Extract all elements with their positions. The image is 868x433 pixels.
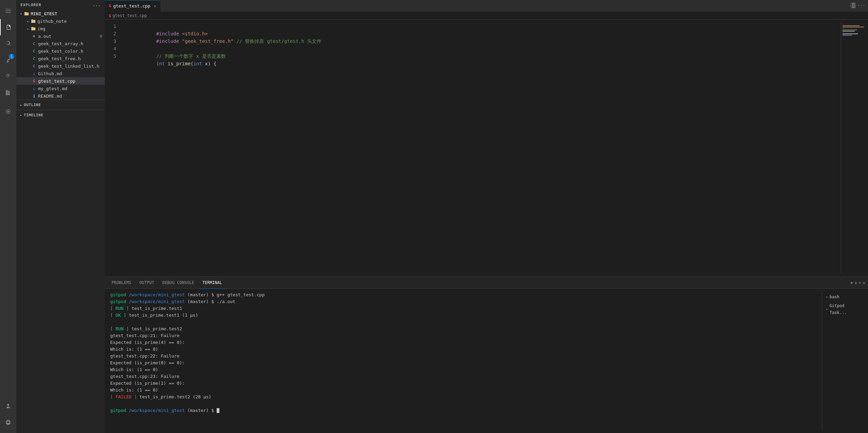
terminal-instance-bash[interactable]: ▷ bash (825, 293, 860, 301)
tree-file-github-md[interactable]: ↓ Github.md (16, 70, 105, 77)
file-label-gtest-cpp: gtest_test.cpp (38, 79, 105, 84)
chevron-right-icon: ▸ (19, 103, 23, 107)
minimap-line (842, 29, 857, 30)
tree-folder-img[interactable]: ▸ img (16, 25, 105, 32)
t-which-3: Which is: (1 == 0) (110, 387, 158, 393)
add-terminal-button[interactable]: + (850, 280, 853, 286)
code-lines: 1 2 3 4 5 #include <stdio.h> #include "g… (105, 22, 868, 274)
tree-file-geek-linked[interactable]: C geek_test_linked_list.h (16, 62, 105, 70)
run-debug-button[interactable] (0, 68, 16, 84)
tab-gtest-cpp[interactable]: G gtest_test.cpp ✕ (105, 0, 161, 12)
sidebar: EXPLORER ... ▾ MINI_GTEST ▸ github_note (16, 0, 105, 433)
minimap-content (841, 22, 868, 39)
terminal-line-8: Which is: (1 == 0) (110, 346, 822, 353)
close-panel-button[interactable]: ✕ (863, 280, 865, 285)
minimap-line (842, 33, 858, 34)
tree-file-readme[interactable]: ℹ README.md (16, 92, 105, 100)
terminal-line-2: gitpod /workspace/mini_gtest (master) $ … (110, 298, 822, 305)
terminal-line-blank2 (110, 400, 822, 407)
remote-explorer-button[interactable] (0, 103, 16, 120)
sidebar-header: EXPLORER ... (16, 0, 105, 10)
minimap-line (842, 25, 859, 26)
file-badge-aout: U (100, 34, 102, 38)
minimap-line (842, 31, 855, 32)
minimap-line (842, 27, 864, 28)
folder-icon (31, 26, 36, 31)
c-file-icon: C (31, 41, 37, 46)
line-num-2: 2 (110, 30, 116, 37)
tree-file-gtest-cpp[interactable]: G gtest_test.cpp (16, 77, 105, 85)
t-run-fail: [ RUN ] (110, 326, 129, 331)
explorer-button[interactable] (0, 19, 16, 35)
file-label-my-gtest: my_gtest.md (38, 86, 105, 91)
tree-file-geek-color[interactable]: C geek_test_color.h (16, 47, 105, 55)
maximize-panel-button[interactable]: ⬆ (858, 280, 861, 285)
split-editor-button[interactable] (851, 3, 856, 9)
terminal-cursor (217, 408, 219, 413)
t-gitpod: gitpod (110, 292, 126, 297)
outline-header[interactable]: ▸ OUTLINE (16, 101, 105, 109)
t-which-1: Which is: (1 == 0) (110, 347, 158, 352)
minimap-line (842, 28, 845, 29)
tree-file-aout[interactable]: ≡ a.out U (16, 32, 105, 40)
breadcrumb-file-icon: G (109, 14, 111, 18)
t-branch: (master) $ g++ gtest_test.cpp (187, 292, 265, 297)
editor-content[interactable]: 1 2 3 4 5 #include <stdio.h> #include "g… (105, 20, 868, 277)
line-num-3: 3 (110, 37, 116, 45)
t-expected-1: Expected (is_prime(4) == 0): (110, 340, 185, 345)
terminal-gitpod-label: Gitpod Task... (830, 302, 858, 316)
line-numbers: 1 2 3 4 5 (105, 22, 122, 274)
terminal-line-14: Which is: (1 == 0) (110, 387, 822, 394)
terminal-instance-gitpod[interactable]: ▷ Gitpod Task... (825, 302, 860, 317)
activity-bar-bottom (0, 398, 16, 433)
t-test-name-2: test_is_prime.test2 (132, 326, 182, 331)
chevron-down-icon[interactable]: ∨ (855, 280, 857, 285)
settings-button[interactable] (0, 414, 16, 430)
md-file-icon: ↓ (31, 71, 37, 76)
tree-file-my-gtest[interactable]: ↓ my_gtest.md (16, 85, 105, 92)
source-control-button[interactable] (0, 52, 16, 68)
account-button[interactable] (0, 398, 16, 414)
panel-tab-actions: + ∨ ⬆ ✕ (850, 280, 865, 286)
t-branch: (master) $ ./a.out (187, 299, 235, 304)
info-file-icon: ℹ (31, 93, 37, 99)
main-area: G gtest_test.cpp ✕ ··· G gtest_test.cpp … (105, 0, 868, 433)
terminal-line-15: [ FAILED ] test_is_prime.test2 (28 μs) (110, 394, 822, 400)
minimap (841, 22, 868, 274)
code-line-5: int is_prime(int x) { (122, 52, 835, 60)
more-actions-button[interactable]: ··· (857, 3, 865, 9)
terminal-line-3: [ RUN ] test_is_prime.test1 (110, 305, 822, 312)
file-label-geek-linked: geek_test_linked_list.h (38, 64, 105, 69)
terminal-line-7: Expected (is_prime(4) == 0): (110, 339, 822, 346)
t-gitpod: gitpod (110, 299, 126, 304)
terminal-arrow-icon: ▷ (826, 294, 828, 300)
tree-file-geek-free[interactable]: C geek_test_free.h (16, 55, 105, 62)
tab-debug-console[interactable]: DEBUG CONSOLE (158, 277, 198, 289)
breadcrumb-path: gtest_test.cpp (113, 13, 147, 18)
tree-file-geek-array[interactable]: C geek_test_array.h (16, 40, 105, 47)
terminal-line-6: gtest_test.cpp:21: Failure (110, 332, 822, 339)
sidebar-tree: ▾ MINI_GTEST ▸ github_note ▸ (16, 10, 105, 433)
sidebar-more-actions[interactable]: ... (93, 3, 101, 7)
tab-terminal[interactable]: TERMINAL (198, 277, 226, 289)
terminal-line-4: [ OK ] test_is_prime.test1 (1 μs) (110, 312, 822, 319)
line-num-4: 4 (110, 45, 116, 52)
tab-close-button[interactable]: ✕ (154, 4, 156, 9)
timeline-header[interactable]: ▸ TIMELINE (16, 112, 105, 119)
terminal-main[interactable]: gitpod /workspace/mini_gtest (master) $ … (110, 292, 822, 430)
extensions-button[interactable] (0, 84, 16, 101)
terminal-line-prompt: gitpod /workspace/mini_gtest (master) $ (110, 407, 822, 414)
tree-folder-github-note[interactable]: ▸ github_note (16, 17, 105, 25)
tab-problems[interactable]: PROBLEMS (107, 277, 135, 289)
folder-label-github-note: github_note (37, 19, 105, 24)
file-label-aout: a.out (38, 34, 100, 39)
tab-output[interactable]: OUTPUT (135, 277, 158, 289)
hamburger-menu[interactable] (0, 3, 16, 19)
tree-folder-mini-gtest[interactable]: ▾ MINI_GTEST (16, 10, 105, 17)
search-button[interactable] (0, 35, 16, 52)
code-content[interactable]: #include <stdio.h> #include "geek_test_f… (122, 22, 841, 274)
code-line-4: // 判断一个数字 x 是否是素数 (122, 45, 835, 52)
tab-bar: G gtest_test.cpp ✕ ··· (105, 0, 868, 12)
terminal-line-1: gitpod /workspace/mini_gtest (master) $ … (110, 292, 822, 298)
folder-label-img: img (37, 26, 105, 31)
